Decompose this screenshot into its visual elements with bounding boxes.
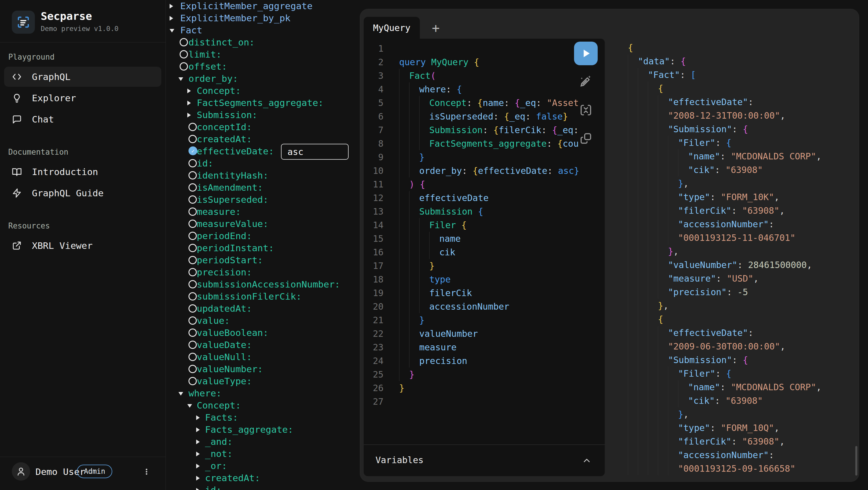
tree-row[interactable]: periodEnd: — [165, 230, 360, 242]
tree-row[interactable]: order_by: — [165, 73, 360, 85]
run-query-button[interactable] — [574, 42, 598, 65]
chevron-right-icon[interactable] — [169, 4, 173, 8]
tree-row[interactable]: Fact — [165, 24, 360, 36]
tree-row[interactable]: Concept: — [165, 399, 360, 412]
radio-unchecked-icon[interactable] — [188, 280, 197, 288]
new-tab-button[interactable]: + — [427, 17, 445, 39]
chevron-right-icon[interactable] — [196, 476, 200, 481]
radio-unchecked-icon[interactable] — [188, 292, 197, 300]
indent-guide — [668, 190, 678, 204]
tree-row[interactable]: periodStart: — [165, 254, 360, 266]
chevron-right-icon[interactable] — [187, 89, 191, 93]
tree-row[interactable]: valueDate: — [165, 339, 360, 351]
sidebar-item-xbrl-viewer[interactable]: XBRL Viewer — [4, 235, 161, 256]
radio-unchecked-icon[interactable] — [188, 340, 197, 349]
tree-row[interactable]: limit: — [165, 48, 360, 61]
radio-unchecked-icon[interactable] — [188, 256, 197, 264]
chevron-down-icon[interactable] — [179, 392, 183, 396]
chevron-down-icon[interactable] — [187, 404, 192, 407]
schema-explorer-tree[interactable]: ExplicitMember_aggregateExplicitMember_b… — [165, 0, 360, 490]
radio-unchecked-icon[interactable] — [188, 377, 197, 385]
sidebar-item-introduction[interactable]: Introduction — [4, 162, 161, 182]
chevron-right-icon[interactable] — [187, 113, 191, 118]
chevron-right-icon[interactable] — [196, 439, 200, 444]
results-scrollbar[interactable] — [855, 446, 857, 476]
radio-unchecked-icon[interactable] — [188, 304, 197, 313]
chevron-right-icon[interactable] — [169, 16, 173, 21]
radio-unchecked-icon[interactable] — [188, 353, 197, 361]
tree-row[interactable]: updatedAt: — [165, 302, 360, 315]
tree-row[interactable]: submissionAccessionNumber: — [165, 279, 360, 290]
tree-row[interactable]: Concept: — [165, 85, 360, 97]
tree-row[interactable]: _and: — [165, 436, 360, 448]
tree-row[interactable]: measure: — [165, 206, 360, 218]
tree-row[interactable]: periodInstant: — [165, 242, 360, 254]
chevron-right-icon[interactable] — [196, 415, 200, 420]
radio-unchecked-icon[interactable] — [188, 232, 197, 240]
tree-row[interactable]: Facts_aggregate: — [165, 424, 360, 436]
tree-row[interactable]: measureValue: — [165, 218, 360, 230]
chevron-right-icon[interactable] — [196, 452, 200, 456]
prettify-icon[interactable] — [579, 74, 593, 88]
tree-row[interactable]: submissionFilerCik: — [165, 290, 360, 302]
radio-unchecked-icon[interactable] — [188, 171, 197, 179]
chevron-right-icon[interactable] — [196, 488, 200, 490]
radio-unchecked-icon[interactable] — [188, 329, 197, 337]
tree-row[interactable]: FactSegments_aggregate: — [165, 97, 360, 109]
variables-section-toggle[interactable]: Variables — [364, 445, 605, 476]
tree-row[interactable]: valueNull: — [165, 351, 360, 363]
tab-myquery[interactable]: MyQuery — [364, 17, 420, 39]
tree-row[interactable]: conceptId: — [165, 121, 360, 133]
tree-row[interactable]: ExplicitMember_by_pk — [165, 12, 360, 24]
chevron-right-icon[interactable] — [196, 427, 200, 432]
radio-unchecked-icon[interactable] — [188, 135, 197, 143]
radio-unchecked-icon[interactable] — [188, 195, 197, 204]
sidebar-item-graphql[interactable]: GraphQL — [4, 67, 161, 87]
radio-unchecked-icon[interactable] — [188, 244, 197, 252]
tree-row[interactable]: distinct_on: — [165, 36, 360, 48]
sidebar-item-explorer[interactable]: Explorer — [4, 88, 161, 108]
radio-unchecked-icon[interactable] — [188, 365, 197, 373]
tree-row[interactable]: ExplicitMember_aggregate — [165, 0, 360, 12]
radio-unchecked-icon[interactable] — [188, 159, 197, 167]
tree-row[interactable]: precision: — [165, 266, 360, 279]
tree-row[interactable]: valueBoolean: — [165, 327, 360, 339]
radio-checked-icon[interactable]: ✓ — [188, 146, 197, 155]
copy-query-icon[interactable] — [579, 131, 593, 145]
tree-row[interactable]: id: — [165, 484, 360, 490]
tree-row[interactable]: offset: — [165, 61, 360, 73]
tree-row[interactable]: createdAt: — [165, 472, 360, 484]
tree-row[interactable]: isSuperseded: — [165, 194, 360, 206]
tree-row[interactable]: id: — [165, 157, 360, 169]
tree-row[interactable]: identityHash: — [165, 169, 360, 182]
sidebar-item-chat[interactable]: Chat — [4, 109, 161, 129]
radio-unchecked-icon[interactable] — [180, 50, 188, 59]
user-menu-kebab-icon[interactable] — [141, 463, 152, 480]
tree-row[interactable]: Facts: — [165, 412, 360, 424]
tree-row[interactable]: _or: — [165, 460, 360, 472]
tree-row[interactable]: where: — [165, 387, 360, 399]
tree-row[interactable]: _not: — [165, 448, 360, 460]
chevron-right-icon[interactable] — [196, 464, 200, 468]
chevron-down-icon[interactable] — [179, 77, 183, 81]
radio-unchecked-icon[interactable] — [188, 123, 197, 131]
radio-unchecked-icon[interactable] — [188, 317, 197, 325]
tree-row[interactable]: value: — [165, 315, 360, 327]
radio-unchecked-icon[interactable] — [180, 62, 188, 70]
tree-row[interactable]: valueType: — [165, 375, 360, 387]
tree-row[interactable]: createdAt: — [165, 133, 360, 145]
merge-fragments-icon[interactable] — [579, 103, 593, 117]
radio-unchecked-icon[interactable] — [180, 38, 188, 46]
tree-row[interactable]: valueNumber: — [165, 363, 360, 375]
tree-row[interactable]: ✓effectiveDate: — [165, 145, 360, 157]
tree-row[interactable]: isAmendment: — [165, 182, 360, 194]
radio-unchecked-icon[interactable] — [188, 183, 197, 192]
radio-unchecked-icon[interactable] — [188, 268, 197, 276]
query-editor[interactable]: 12query MyQuery {3Fact(4where: {5Concept… — [364, 39, 605, 476]
radio-unchecked-icon[interactable] — [188, 220, 197, 228]
chevron-down-icon[interactable] — [169, 29, 174, 32]
tree-row[interactable]: Submission: — [165, 109, 360, 121]
radio-unchecked-icon[interactable] — [188, 207, 197, 216]
chevron-right-icon[interactable] — [187, 101, 191, 105]
sidebar-item-graphql-guide[interactable]: GraphQL Guide — [4, 183, 161, 203]
